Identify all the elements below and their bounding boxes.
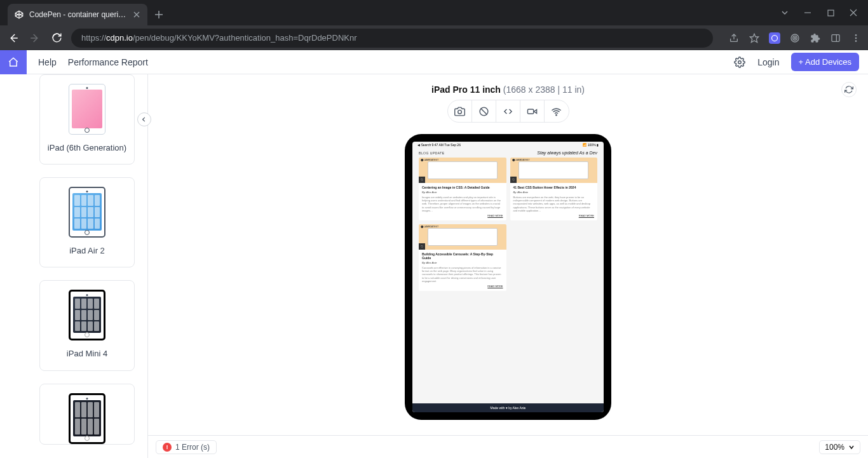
browser-tab[interactable]: CodePen - container queries Exa [8,4,147,25]
card-desc: Images are widely used on websites and p… [422,196,503,212]
close-tab-icon[interactable] [132,10,141,19]
svg-point-24 [855,34,857,36]
error-icon: ! [163,443,172,452]
blog-card[interactable]: ⬤ LAMBDATEST♡ Centering an Image in CSS:… [419,158,506,220]
login-link[interactable]: Login [757,57,779,67]
device-title: iPad Pro 11 inch (1668 x 2388 | 11 in) [148,74,868,100]
svg-marker-17 [750,34,758,42]
browserstack-ext-icon[interactable] [789,32,801,44]
svg-line-30 [480,108,487,114]
device-card-ipad-mini-4[interactable]: iPad Mini 4 [39,280,135,370]
ipad-device-frame: ◀ Search 9:47 AM Tue Sep 26 📶 100% ▮ BLO… [405,134,611,420]
svg-point-20 [793,36,797,40]
svg-point-25 [855,37,857,39]
add-devices-button[interactable]: + Add Devices [791,53,859,71]
card-author: By: Alex Anie [422,191,503,194]
rotate-button[interactable] [472,100,496,122]
zoom-selector[interactable]: 100% [819,440,860,454]
chevron-down-icon [848,444,855,450]
home-icon[interactable] [0,50,27,74]
heart-icon[interactable]: ♡ [419,243,425,250]
blog-tagline: Stay always updated As a Dev [537,151,597,155]
blog-card[interactable]: ⬤ LAMBDATEST♡ 41 Best CSS Button Hover E… [510,158,598,220]
card-desc: Carousels are effective in conveying pie… [422,266,503,283]
performance-report-link[interactable]: Performance Report [68,57,148,67]
read-more-link[interactable]: READ MORE [513,214,595,217]
address-bar[interactable]: https://cdpn.io/pen/debug/KKYoKMV?authen… [71,29,713,48]
forward-button[interactable] [28,31,42,45]
device-label: iPad Mini 4 [67,348,107,360]
status-bar-left: ◀ Search 9:47 AM Tue Sep 26 [417,143,461,147]
new-tab-button[interactable] [150,6,168,24]
svg-rect-31 [527,109,533,113]
record-button[interactable] [520,100,545,122]
zoom-value: 100% [825,443,844,452]
help-link[interactable]: Help [38,57,57,67]
heart-icon[interactable]: ♡ [419,177,425,183]
lambdatest-ext-icon[interactable] [769,32,780,44]
card-author: By: Alex Anie [513,191,595,194]
screenshot-button[interactable] [448,100,472,122]
svg-point-19 [791,34,799,42]
svg-point-27 [738,60,742,64]
bookmark-star-icon[interactable] [749,32,760,44]
back-button[interactable] [6,31,20,45]
card-desc: Buttons are everywhere on the web; they … [513,196,595,212]
extensions-icon[interactable] [810,32,821,44]
reload-button[interactable] [50,31,64,45]
side-panel-icon[interactable] [830,32,841,44]
svg-point-21 [794,37,796,39]
blog-card[interactable]: ⬤ LAMBDATEST♡ Building Accessible Carous… [419,224,506,291]
card-title: 41 Best CSS Button Hover Effects in 2024 [513,185,595,189]
error-chip[interactable]: ! 1 Error (s) [156,440,217,454]
share-icon[interactable] [728,32,740,44]
maximize-icon[interactable] [825,8,836,18]
device-card-ipad-air-2[interactable]: iPad Air 2 [39,177,135,267]
error-count: 1 Error (s) [175,443,210,452]
settings-gear-icon[interactable] [733,56,746,69]
device-label: iPad Air 2 [69,245,105,257]
device-card-partial[interactable] [39,384,135,445]
svg-rect-22 [832,34,839,41]
wifi-button[interactable] [545,100,569,122]
heart-icon[interactable]: ♡ [510,177,517,183]
blog-update-label: BLOG UPDATE [419,151,445,155]
svg-point-26 [855,40,857,42]
svg-point-33 [556,114,557,115]
codepen-favicon-icon [14,10,24,20]
url-host: cdpn.io [106,33,133,43]
read-more-link[interactable]: READ MORE [422,214,503,217]
card-title: Building Accessible Carousels: A Step-By… [422,252,503,260]
close-window-icon[interactable] [848,8,858,18]
devtools-button[interactable] [496,100,520,122]
svg-point-28 [458,110,461,114]
ipad-screen[interactable]: ◀ Search 9:47 AM Tue Sep 26 📶 100% ▮ BLO… [412,142,604,412]
minimize-icon[interactable] [803,8,813,18]
device-label: iPad (6th Generation) [48,142,126,154]
collapse-sidebar-button[interactable] [137,112,151,126]
refresh-device-button[interactable] [841,82,857,97]
page-footer: Made with ♥ by Alex Anie [412,403,604,412]
tab-title: CodePen - container queries Exa [29,10,127,19]
status-bar-right: 📶 100% ▮ [583,143,599,147]
card-title: Centering an Image in CSS: A Detailed Gu… [422,185,503,189]
url-pre: https:// [81,33,106,43]
menu-dots-icon[interactable] [850,32,862,44]
card-author: By: Alex Anie [422,261,503,264]
chevron-down-icon[interactable] [780,8,790,18]
svg-rect-12 [828,10,834,16]
read-more-link[interactable]: READ MORE [422,285,503,288]
device-card-ipad-6th[interactable]: iPad (6th Generation) [39,74,135,165]
svg-marker-32 [534,109,536,113]
svg-point-18 [772,35,778,41]
url-path: /pen/debug/KKYoKMV?authentication_hash=D… [133,33,357,43]
